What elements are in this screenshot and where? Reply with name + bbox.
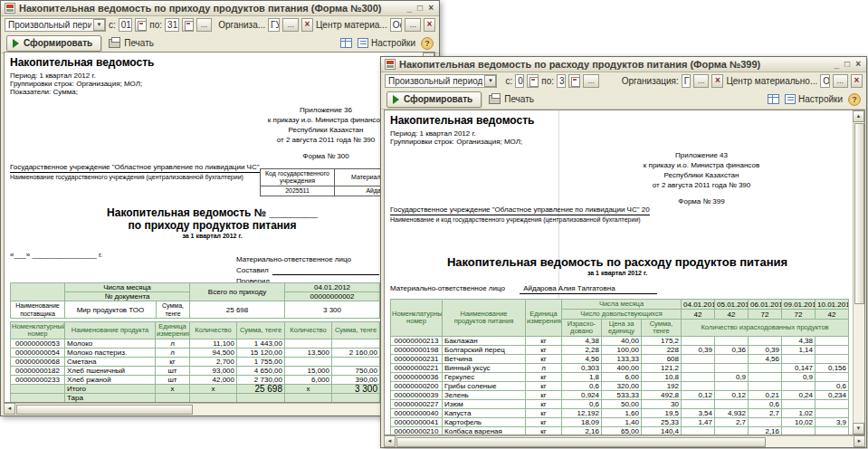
- cell: x: [156, 385, 190, 394]
- cell: 05.01.2012: [715, 300, 749, 310]
- cell: 4,38: [562, 337, 602, 346]
- settings-button[interactable]: Настройки: [358, 38, 415, 48]
- material-center-clear-icon[interactable]: ×: [851, 74, 863, 88]
- titlebar-form-300[interactable]: Накопительная ведомость по приходу проду…: [1, 1, 439, 16]
- scroll-left-icon[interactable]: ◄: [384, 435, 396, 447]
- qty-header: Количество израсходованных продуктов: [682, 320, 849, 337]
- cell: [682, 373, 715, 382]
- scroll-left-icon[interactable]: ◄: [4, 403, 15, 415]
- material-center-field[interactable]: Основной: [390, 18, 403, 32]
- cell: 1,14: [782, 346, 816, 355]
- scroll-right-icon[interactable]: ►: [854, 435, 865, 447]
- cell: 40,00: [602, 337, 642, 346]
- cell: 0,6: [816, 382, 849, 391]
- cell: 6,00: [602, 373, 642, 382]
- cell: шт: [156, 367, 190, 376]
- chevron-down-icon[interactable]: ▼: [93, 19, 105, 31]
- cell: кг: [156, 358, 190, 367]
- chevron-down-icon[interactable]: ▼: [484, 75, 496, 87]
- products-table: Номенклатурный номер Наименование продук…: [10, 321, 380, 403]
- period-more-button[interactable]: ...: [583, 74, 599, 88]
- report-area-form-399: Накопительная ведомость Период: 1 кварта…: [384, 110, 865, 435]
- material-center-field[interactable]: Основной скла: [820, 74, 829, 88]
- date-from-input[interactable]: 01.01.2012: [119, 18, 133, 32]
- cell: 390,00: [332, 376, 380, 385]
- organization-select-button[interactable]: ...: [282, 18, 299, 32]
- table-view-icon[interactable]: [768, 94, 779, 104]
- scrollbar-thumb[interactable]: [854, 123, 864, 304]
- scrollbar-thumb[interactable]: [396, 437, 766, 447]
- made-by-label: Составил: [236, 266, 269, 275]
- cell: [816, 373, 849, 382]
- organization-field[interactable]: ГУ "Облас: [268, 18, 280, 32]
- cell: 2,16: [749, 427, 782, 436]
- table-row: 00000000068Сметанакг2,7001 755,00: [11, 358, 380, 367]
- organization-clear-icon[interactable]: ×: [711, 74, 723, 88]
- cell: 0,9: [782, 373, 816, 382]
- organization-field[interactable]: ГУ "Областное: [682, 74, 691, 88]
- cell: [749, 418, 782, 427]
- date-to-input[interactable]: 31.03.2012: [165, 18, 179, 32]
- close-button-icon[interactable]: ×: [855, 60, 861, 69]
- help-icon[interactable]: ?: [421, 37, 434, 50]
- cell: x: [285, 385, 332, 394]
- material-center-select-button[interactable]: ...: [833, 74, 849, 88]
- cell: кг: [526, 382, 562, 391]
- allowance-header: Число довольствующихся: [562, 310, 682, 320]
- close-button-icon[interactable]: ×: [428, 4, 434, 13]
- period-more-button[interactable]: ...: [196, 18, 213, 32]
- cell: 2 730,00: [237, 376, 285, 385]
- help-icon[interactable]: ?: [848, 93, 861, 106]
- organization-select-button[interactable]: ...: [693, 74, 710, 88]
- table-view-icon[interactable]: [340, 38, 352, 48]
- date-to-label: по:: [541, 76, 554, 86]
- horizontal-scrollbar[interactable]: ◄ ►: [384, 435, 865, 447]
- date-from-input[interactable]: 01.01.2012: [515, 74, 524, 88]
- table-row: 00000000200Грибы соленыекг0,6320,001920,…: [391, 382, 849, 391]
- titlebar-form-399[interactable]: Накопительная ведомость по расходу проду…: [381, 57, 866, 72]
- settings-button[interactable]: Настройки: [785, 94, 843, 104]
- filter-bar: Произвольный период ▼ с: 01.01.2012 по: …: [381, 72, 866, 90]
- report-period-line: Период: 1 квартал 2012 г.: [10, 72, 96, 80]
- maximize-button-icon[interactable]: □: [417, 4, 423, 13]
- mol-line: Материально-ответственное лицо Айдарова …: [390, 284, 657, 292]
- maximize-button-icon[interactable]: □: [844, 60, 850, 69]
- window-title: Накопительная ведомость по расходу проду…: [399, 59, 831, 70]
- cell: 0,39: [682, 346, 715, 355]
- organization-clear-icon[interactable]: ×: [301, 18, 313, 32]
- cell: кг: [526, 346, 562, 355]
- cell: 4,56: [562, 355, 602, 364]
- generate-button[interactable]: Сформировать: [386, 91, 482, 108]
- generate-button[interactable]: Сформировать: [6, 35, 101, 52]
- days-header: Числа месяца: [65, 283, 190, 292]
- material-center-select-button[interactable]: ...: [405, 18, 421, 32]
- cell: [682, 355, 715, 364]
- cell: [816, 355, 849, 364]
- calendar-icon[interactable]: [527, 74, 539, 88]
- vertical-scrollbar[interactable]: ▲ ▼: [853, 110, 864, 435]
- calendar-icon[interactable]: [568, 74, 580, 88]
- scrollbar-thumb[interactable]: [16, 405, 193, 415]
- calendar-icon[interactable]: [135, 18, 147, 32]
- period-preset-select[interactable]: Произвольный период ▼: [385, 74, 497, 88]
- horizontal-scrollbar[interactable]: ◄ ►: [4, 403, 435, 415]
- minimize-button-icon[interactable]: _: [407, 4, 413, 13]
- scroll-up-icon[interactable]: ▲: [853, 110, 864, 122]
- cell: 50,00: [602, 400, 642, 409]
- minimize-button-icon[interactable]: _: [835, 60, 840, 69]
- scroll-down-icon[interactable]: ▼: [853, 423, 864, 435]
- print-button[interactable]: Печать: [489, 94, 534, 104]
- cell: Молоко пастериз.: [65, 349, 156, 358]
- window-title: Накопительная ведомость по приходу проду…: [19, 3, 404, 14]
- date-to-input[interactable]: 31.03.2012: [557, 74, 566, 88]
- print-button[interactable]: Печать: [109, 38, 154, 48]
- cell: Геркулес: [443, 373, 526, 382]
- period-preset-select[interactable]: Произвольный период ▼: [5, 18, 106, 32]
- table-row: 00000000221Винный уксусл0,303400,00121,2…: [391, 364, 849, 373]
- code-header: Код государственного учреждения: [261, 169, 335, 186]
- calendar-icon[interactable]: [182, 18, 194, 32]
- material-center-clear-icon[interactable]: ×: [424, 18, 435, 32]
- cell: [715, 382, 749, 391]
- cell: 00000000200: [391, 382, 443, 391]
- cell: 2,16: [562, 427, 602, 436]
